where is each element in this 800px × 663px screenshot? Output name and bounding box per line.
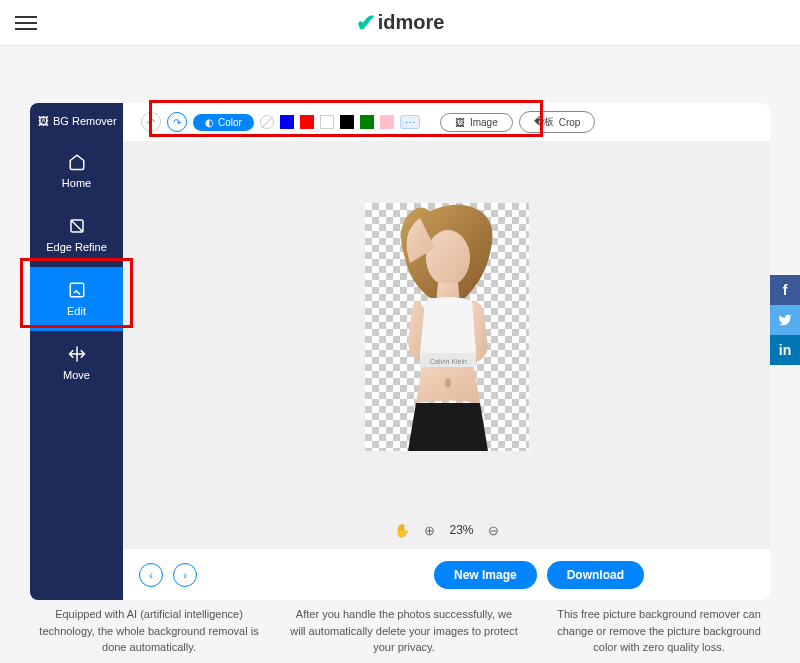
svg-text:Calvin Klein: Calvin Klein — [430, 358, 467, 365]
sidebar-item-label: Home — [62, 177, 91, 189]
facebook-button[interactable]: f — [770, 275, 800, 305]
prev-button[interactable]: ‹ — [139, 563, 163, 587]
svg-point-5 — [445, 378, 451, 388]
home-icon — [68, 153, 86, 171]
feature-text-ai: Equipped with AI (artificial intelligenc… — [35, 606, 263, 656]
zoom-out-icon[interactable]: ⊖ — [488, 523, 499, 538]
top-header: ✔ idmore — [0, 0, 800, 46]
feature-text-privacy: After you handle the photos successfully… — [290, 606, 518, 656]
swatch-black[interactable] — [340, 115, 354, 129]
swatch-pink[interactable] — [380, 115, 394, 129]
bg-remover-icon: 🖼 — [38, 115, 49, 127]
zoom-value: 23% — [449, 523, 473, 537]
redo-button[interactable]: ↷ — [167, 112, 187, 132]
editor-container: 🖼 BG Remover Home Edge Refine Edit Mo — [30, 103, 770, 600]
sidebar-item-move[interactable]: Move — [30, 331, 123, 395]
edge-refine-icon — [68, 217, 86, 235]
bg-image-button[interactable]: 🖼 Image — [440, 113, 513, 132]
next-button[interactable]: › — [173, 563, 197, 587]
zoom-in-icon[interactable]: ⊕ — [424, 523, 435, 538]
logo[interactable]: ✔ idmore — [356, 9, 445, 37]
crop-button[interactable]: �板 Crop — [519, 111, 596, 133]
subject-image: Calvin Klein — [380, 203, 514, 451]
swatch-green[interactable] — [360, 115, 374, 129]
color-button[interactable]: ◐ Color — [193, 114, 254, 131]
social-buttons: f in — [770, 275, 800, 365]
feature-text-quality: This free picture background remover can… — [545, 606, 773, 656]
move-icon — [68, 345, 86, 363]
svg-point-2 — [426, 230, 470, 286]
sidebar: 🖼 BG Remover Home Edge Refine Edit Mo — [30, 103, 123, 600]
sidebar-item-label: Move — [63, 369, 90, 381]
logo-icon: ✔ — [356, 9, 376, 37]
swatch-none[interactable] — [260, 115, 274, 129]
bottom-bar: ‹ › New Image Download — [123, 548, 770, 600]
new-image-button[interactable]: New Image — [434, 561, 537, 589]
pan-icon[interactable]: ✋ — [394, 523, 410, 538]
palette-icon: ◐ — [205, 117, 214, 128]
image-icon: 🖼 — [455, 117, 465, 128]
sidebar-item-edit[interactable]: Edit — [30, 267, 123, 331]
undo-button[interactable]: ↶ — [141, 112, 161, 132]
logo-text: idmore — [378, 11, 445, 34]
sidebar-title: 🖼 BG Remover — [30, 115, 123, 139]
swatch-blue[interactable] — [280, 115, 294, 129]
download-button[interactable]: Download — [547, 561, 644, 589]
swatch-red[interactable] — [300, 115, 314, 129]
edit-icon — [68, 281, 86, 299]
more-colors-button[interactable]: ⋯ — [400, 115, 420, 129]
crop-icon: �板 — [534, 115, 554, 129]
zoom-bar: ✋ ⊕ 23% ⊖ — [123, 512, 770, 548]
image-preview[interactable]: Calvin Klein — [365, 203, 529, 451]
sidebar-item-label: Edge Refine — [46, 241, 107, 253]
edit-toolbar: ↶ ↷ ◐ Color ⋯ 🖼 Image �板 Crop — [123, 103, 770, 141]
linkedin-button[interactable]: in — [770, 335, 800, 365]
preview-area: Calvin Klein — [123, 141, 770, 512]
sidebar-item-edge-refine[interactable]: Edge Refine — [30, 203, 123, 267]
sidebar-item-label: Edit — [67, 305, 86, 317]
sidebar-item-home[interactable]: Home — [30, 139, 123, 203]
swatch-white[interactable] — [320, 115, 334, 129]
canvas-area: ↶ ↷ ◐ Color ⋯ 🖼 Image �板 Crop — [123, 103, 770, 600]
svg-rect-1 — [70, 283, 84, 297]
twitter-button[interactable] — [770, 305, 800, 335]
menu-icon[interactable] — [15, 16, 37, 30]
